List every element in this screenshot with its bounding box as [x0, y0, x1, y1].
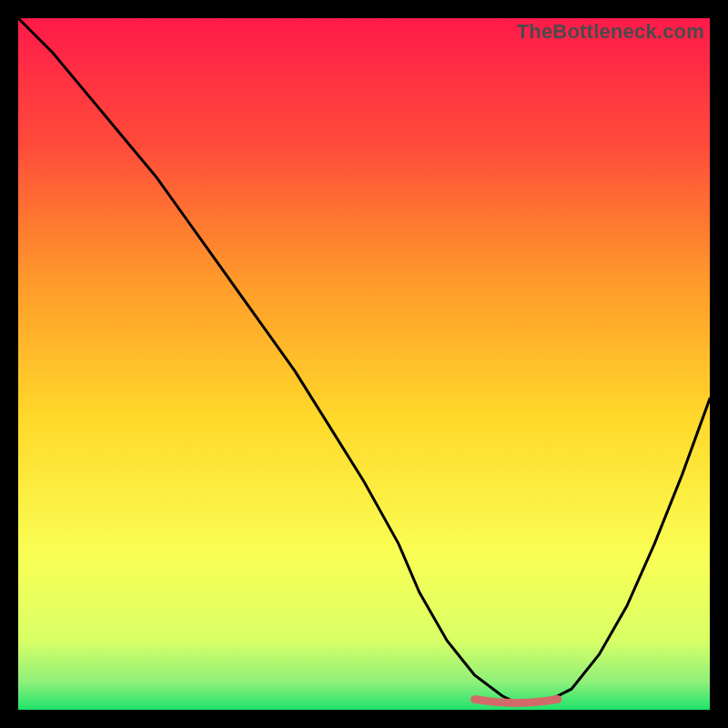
chart-frame: TheBottleneck.com — [18, 18, 710, 710]
flat-minimum-marker — [475, 699, 558, 703]
watermark-text: TheBottleneck.com — [517, 20, 704, 44]
gradient-background — [18, 18, 710, 710]
bottleneck-chart — [18, 18, 710, 710]
